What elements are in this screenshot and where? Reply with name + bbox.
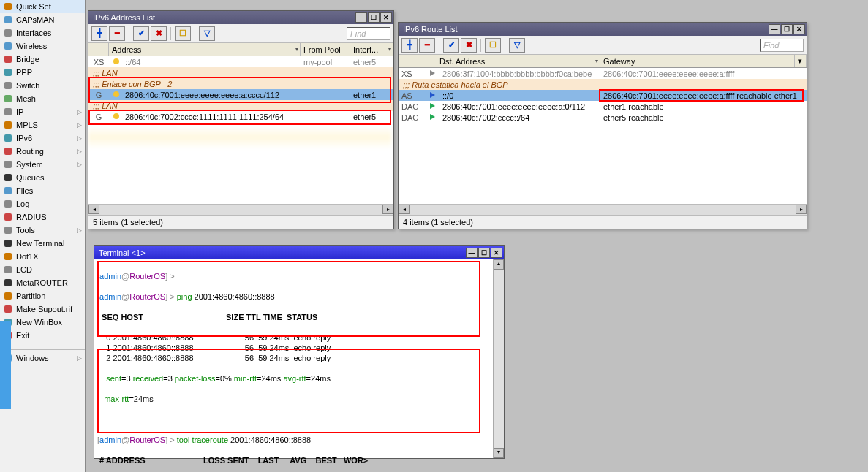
sidebar-item-ip[interactable]: IP▷ [0,105,85,118]
column-headers[interactable]: Address▾ From Pool Interf...▾ [88,43,393,56]
close-button[interactable]: ✕ [491,248,502,258]
minimize-button[interactable]: — [355,12,367,23]
row-flag: G [88,91,109,99]
address-icon [109,112,122,122]
svg-rect-21 [4,279,12,286]
route-row[interactable]: AS::/02806:40c:7001:eeee:eeee:eeee:a:fff… [399,90,807,101]
sidebar-item-interfaces[interactable]: Interfaces [0,26,85,39]
sidebar-item-mesh[interactable]: Mesh [0,92,85,105]
sidebar-item-ppp[interactable]: PPP [0,66,85,79]
close-button[interactable]: ✕ [380,12,392,23]
disable-button[interactable]: ✖ [151,26,167,41]
nav-icon [3,80,13,91]
sidebar-item-label: RADIUS [16,213,82,221]
interface-value: ether5 [350,58,393,66]
route-icon [426,102,439,111]
submenu-arrow-icon: ▷ [77,354,82,362]
window-titlebar[interactable]: Terminal <1> — ☐ ✕ [94,246,504,259]
address-value: 2806:40c:7001:eeee:eeee:eeee:a:cccc/112 [122,91,301,99]
address-row[interactable]: G2806:40c:7001:eeee:eeee:eeee:a:cccc/112… [88,89,393,100]
sidebar-item-capsman[interactable]: CAPsMAN [0,13,85,26]
comment-row[interactable]: ;;; LAN [88,100,393,111]
gateway-value: ether5 reachable [600,113,807,122]
remove-button[interactable]: ━ [419,38,435,53]
maximize-button[interactable]: ☐ [478,248,490,258]
window-titlebar[interactable]: IPv6 Address List — ☐ ✕ [88,11,393,24]
address-value: ::/64 [122,58,301,66]
comment-row[interactable]: ;;; LAN [88,67,393,78]
nav-icon [3,159,13,170]
nav-icon [3,67,13,77]
comment-row[interactable]: ;;; Enlace con BGP - 2 [88,78,393,89]
route-row[interactable]: DAC2806:40c:7002:cccc::/64ether5 reachab… [399,112,807,123]
enable-button[interactable]: ✔ [443,38,459,53]
route-list-body[interactable]: XS2806:3f7:1004:bbbb:bbbb:bbbb:f0ca:bebe… [399,68,807,204]
disable-button[interactable]: ✖ [461,38,477,53]
filter-button[interactable]: ▽ [509,38,525,53]
sidebar-item-tools[interactable]: Tools▷ [0,224,85,237]
row-flag: XS [88,58,109,66]
sidebar-item-label: Wireless [16,42,82,50]
terminal-output[interactable]: [admin@RouterOS] > [admin@RouterOS] > pi… [94,259,504,472]
sidebar-item-new-terminal[interactable]: New Terminal [0,237,85,250]
sidebar-item-label: MetaROUTER [16,278,82,287]
submenu-arrow-icon: ▷ [77,121,82,129]
window-titlebar[interactable]: IPv6 Route List — ☐ ✕ [399,23,807,36]
add-button[interactable]: ╋ [401,38,418,53]
find-input[interactable]: Find [347,27,390,40]
comment-button[interactable]: ☐ [175,26,191,41]
nav-icon [3,133,13,143]
svg-rect-14 [4,187,12,194]
route-row[interactable]: DAC2806:40c:7001:eeee:eeee:eeee:a:0/112e… [399,101,807,112]
sidebar-item-bridge[interactable]: Bridge [0,53,85,66]
toolbar: ╋ ━ ✔ ✖ ☐ ▽ Find [88,24,393,43]
sidebar-item-log[interactable]: Log [0,197,85,210]
sidebar-item-label: Queues [16,173,82,182]
sidebar-item-mpls[interactable]: MPLS▷ [0,118,85,132]
maximize-button[interactable]: ☐ [781,24,793,34]
sidebar-item-dot1x[interactable]: Dot1X [0,250,85,263]
enable-button[interactable]: ✔ [133,26,149,41]
sidebar-item-files[interactable]: Files [0,184,85,197]
sidebar-item-label: Dot1X [16,252,82,261]
address-list-body[interactable]: XS::/64my-poolether5;;; LAN;;; Enlace co… [88,56,393,204]
sidebar-item-label: New Terminal [16,239,82,248]
add-button[interactable]: ╋ [91,26,107,41]
comment-row[interactable]: ;;; Ruta estatica hacia el BGP [399,79,807,90]
comment-button[interactable]: ☐ [485,38,501,53]
maximize-button[interactable]: ☐ [368,12,380,23]
close-button[interactable]: ✕ [793,24,805,34]
sidebar-item-queues[interactable]: Queues [0,171,85,184]
sidebar-item-partition[interactable]: Partition [0,289,85,302]
sidebar-item-system[interactable]: System▷ [0,158,85,171]
sidebar-item-exit[interactable]: Exit [0,329,85,342]
minimize-button[interactable]: — [769,24,780,34]
route-icon [426,91,439,100]
sidebar-item-routing[interactable]: Routing▷ [0,145,85,158]
remove-button[interactable]: ━ [109,26,125,41]
sidebar-item-ipv6[interactable]: IPv6▷ [0,132,85,145]
sidebar-item-new-winbox[interactable]: New WinBox [0,316,85,329]
address-row[interactable]: XS::/64my-poolether5 [88,56,393,67]
horizontal-scrollbar[interactable]: ◂▸ [399,204,807,215]
sidebar-item-label: Exit [16,331,82,340]
route-icon [426,113,439,122]
minimize-button[interactable]: — [466,248,478,258]
svg-rect-16 [4,213,12,221]
find-input[interactable]: Find [760,39,804,52]
sidebar-item-windows[interactable]: Windows▷ [0,351,85,365]
sidebar-item-wireless[interactable]: Wireless [0,39,85,53]
sidebar-item-make-supout-rif[interactable]: Make Supout.rif [0,302,85,316]
sidebar-item-metarouter[interactable]: MetaROUTER [0,276,85,289]
sidebar-item-quick-set[interactable]: Quick Set [0,0,85,13]
column-headers[interactable]: Dst. Address▾ Gateway ▾ [399,55,807,68]
filter-button[interactable]: ▽ [199,26,215,41]
address-row[interactable]: G2806:40c:7002:cccc:1111:1111:1111:254/6… [88,111,393,122]
route-row[interactable]: XS2806:3f7:1004:bbbb:bbbb:bbbb:f0ca:bebe… [399,68,807,79]
horizontal-scrollbar[interactable]: ◂▸ [88,204,393,215]
sidebar-item-lcd[interactable]: LCD [0,263,85,276]
sidebar-item-switch[interactable]: Switch [0,79,85,92]
window-title: IPv6 Address List [93,13,355,22]
nav-icon [3,1,13,12]
sidebar-item-radius[interactable]: RADIUS [0,210,85,224]
